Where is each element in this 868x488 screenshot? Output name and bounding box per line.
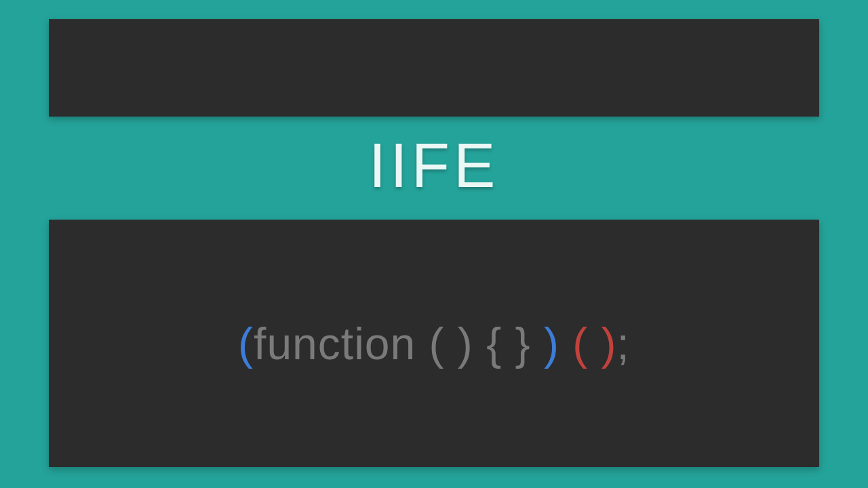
code-snippet: (function ( ) { } ) ( ); (238, 318, 630, 369)
code-token: ; (617, 319, 630, 369)
code-token: ) (544, 319, 572, 369)
slide-title: IIFE (0, 130, 868, 201)
code-token: ( ) (429, 319, 487, 369)
code-token: { } (486, 319, 544, 369)
top-panel (49, 19, 819, 117)
code-token: ( ) (572, 319, 616, 369)
code-token: ( (238, 319, 254, 369)
code-panel: (function ( ) { } ) ( ); (49, 220, 819, 467)
code-token: function (254, 319, 429, 369)
